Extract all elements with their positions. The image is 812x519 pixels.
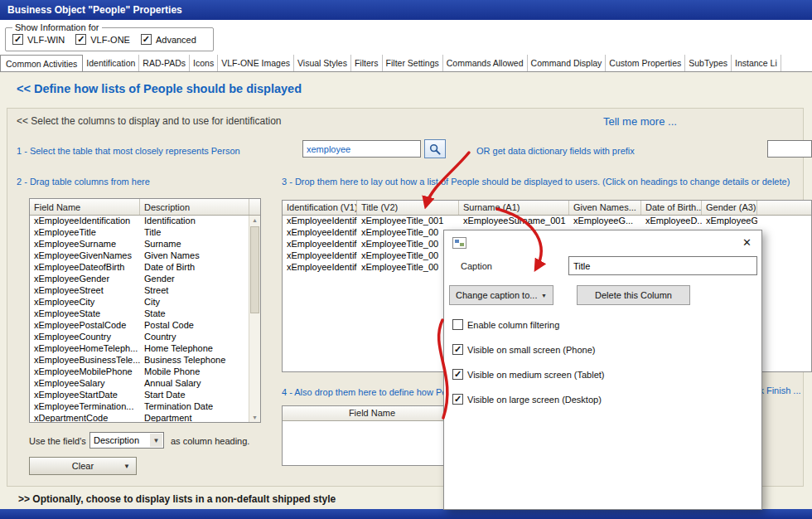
table-row[interactable]: xEmployeeCityCity	[30, 297, 260, 308]
tab-identification[interactable]: Identification	[83, 55, 139, 71]
table-row[interactable]: xEmployeeSurnameSurname	[30, 239, 260, 250]
table-row[interactable]: xEmployeeBusinessTele...Business Telepho…	[30, 355, 260, 366]
delete-column-button[interactable]: Delete this Column	[577, 285, 690, 305]
checked-checkbox-icon[interactable]: ✓	[452, 369, 463, 380]
table-row[interactable]: xEmployeeTitleTitle	[30, 227, 260, 239]
dialog-titlebar[interactable]: ✕	[444, 230, 761, 255]
tab-common-activities[interactable]: Common Activities	[0, 55, 83, 72]
tab-visual-styles[interactable]: Visual Styles	[294, 55, 351, 71]
identification-fields-table[interactable]: Field Name	[282, 405, 462, 466]
table-cell: xEmployeeCity	[30, 297, 140, 308]
scroll-up-icon[interactable]: ▲	[249, 216, 260, 225]
caption-input[interactable]: Title	[568, 256, 757, 275]
table-row[interactable]: xEmployeeMobilePhoneMobile Phone	[30, 366, 260, 378]
column-header-field-name[interactable]: Field Name	[283, 406, 462, 420]
table-row[interactable]: xEmployeeGivenNamesGiven Names	[30, 250, 260, 262]
column-header-field-name[interactable]: Field Name	[30, 199, 140, 215]
tab-icons[interactable]: Icons	[190, 55, 218, 71]
checkbox-visible-on-small-screen-phone[interactable]: ✓Visible on small screen (Phone)	[452, 344, 604, 355]
table-row[interactable]: xEmployeeStateState	[30, 308, 260, 320]
scrollbar[interactable]: ▲ ▼	[249, 216, 260, 422]
tab-rad-pads[interactable]: RAD-PADs	[139, 55, 190, 71]
source-fields-table[interactable]: Field NameDescriptionxEmployeeIdentifica…	[29, 198, 261, 423]
change-caption-button[interactable]: Change caption to... ▼	[449, 285, 553, 305]
unchecked-checkbox-icon[interactable]	[452, 319, 463, 330]
table-row[interactable]: xEmployeeStreetStreet	[30, 285, 260, 297]
chevron-down-icon[interactable]: ▼	[150, 434, 162, 447]
use-field-suffix-label: as column heading.	[171, 436, 249, 446]
table-name-input[interactable]: xemployee	[302, 140, 421, 158]
prefix-input[interactable]	[767, 140, 812, 158]
column-header-gender-a3[interactable]: Gender (A3)	[702, 201, 757, 215]
column-header-filler	[757, 201, 811, 215]
page-title: << Define how lists of People should be …	[17, 82, 302, 95]
column-heading-value: Description	[94, 435, 139, 445]
checked-checkbox-icon[interactable]: ✓	[452, 394, 463, 405]
table-row[interactable]: xEmployeeTermination...Termination Date	[30, 401, 260, 413]
table-row[interactable]: xEmployeeIdentific...xEmployeeTitle_001x…	[283, 216, 811, 227]
visibility-checkboxes: Enable column filtering✓Visible on small…	[452, 319, 604, 419]
table-cell: Mobile Phone	[140, 366, 249, 378]
checked-checkbox-icon[interactable]: ✓	[452, 344, 463, 355]
step2-label: 2 - Drag table columns from here	[17, 177, 150, 187]
checkbox-advanced[interactable]: ✓Advanced	[141, 34, 196, 45]
table-row[interactable]: xEmployeePostalCodePostal Code	[30, 320, 260, 332]
table-cell: xEmployeeSalary	[30, 378, 140, 390]
checked-checkbox-icon[interactable]: ✓	[75, 34, 86, 45]
step3-label: 3 - Drop them here to lay out how a list…	[282, 177, 790, 187]
properties-window: Business Object "People" Properties Show…	[0, 0, 812, 519]
tab-vlf-one-images[interactable]: VLF-ONE Images	[218, 55, 294, 71]
caption-label: Caption	[461, 261, 492, 271]
column-header-identification-v1[interactable]: Identification (V1)	[283, 201, 357, 215]
window-titlebar[interactable]: Business Object "People" Properties	[0, 0, 812, 20]
table-row[interactable]: xEmployeeIdentificationIdentification	[30, 216, 260, 227]
scroll-down-icon[interactable]: ▼	[249, 413, 260, 422]
checkbox-vlf-one[interactable]: ✓VLF-ONE	[75, 34, 130, 45]
checkbox-label: VLF-WIN	[27, 35, 65, 45]
table-cell: Surname	[140, 239, 249, 250]
checkbox-visible-on-medium-screen-tablet[interactable]: ✓Visible on medium screen (Tablet)	[452, 369, 604, 380]
tab-subtypes[interactable]: SubTypes	[685, 55, 732, 71]
tab-filters[interactable]: Filters	[351, 55, 383, 71]
table-row[interactable]: xEmployeeSalaryAnnual Salary	[30, 378, 260, 390]
table-row[interactable]: xEmployeeCountryCountry	[30, 332, 260, 343]
table-cell: xEmployeePostalCode	[30, 320, 140, 332]
column-header-given-names[interactable]: Given Names...	[569, 201, 641, 215]
tab-commands-allowed[interactable]: Commands Allowed	[443, 55, 528, 71]
table-cell: Department	[140, 413, 249, 423]
column-header-surname-a1[interactable]: Surname (A1)	[459, 201, 569, 215]
checkbox-enable-column-filtering[interactable]: Enable column filtering	[452, 319, 604, 330]
column-header-description[interactable]: Description	[140, 199, 249, 215]
table-header-row: Identification (V1)Title (V2)Surname (A1…	[283, 201, 811, 216]
table-cell: City	[140, 297, 249, 308]
scrollbar-thumb[interactable]	[250, 226, 259, 313]
table-row[interactable]: xEmployeeDateofBirthDate of Birth	[30, 262, 260, 274]
table-row[interactable]: xEmployeeHomeTeleph...Home Telephone	[30, 343, 260, 355]
chevron-down-icon: ▼	[123, 463, 130, 470]
table-row[interactable]: xDepartmentCodeDepartment	[30, 413, 260, 423]
tell-me-more-link[interactable]: Tell me more ...	[603, 115, 677, 128]
tab-command-display[interactable]: Command Display	[528, 55, 607, 71]
table-cell: Identification	[140, 216, 249, 227]
checkbox-visible-on-large-screen-desktop[interactable]: ✓Visible on large screen (Desktop)	[452, 394, 604, 405]
clear-button[interactable]: Clear ▼	[29, 457, 137, 475]
column-header-title-v2[interactable]: Title (V2)	[357, 201, 459, 215]
tab-instance-li[interactable]: Instance Li	[732, 55, 781, 71]
table-cell: xEmployeeTermination...	[30, 401, 140, 413]
close-icon[interactable]: ✕	[740, 235, 754, 250]
checked-checkbox-icon[interactable]: ✓	[12, 34, 23, 45]
tab-filter-settings[interactable]: Filter Settings	[383, 55, 443, 71]
table-cell: xEmployeeDateofBirth	[30, 262, 140, 274]
table-row[interactable]: xEmployeeStartDateStart Date	[30, 390, 260, 401]
search-button[interactable]	[424, 139, 446, 158]
column-header-date-of-birth[interactable]: Date of Birth...	[641, 201, 702, 215]
table-row[interactable]: xEmployeeGenderGender	[30, 274, 260, 285]
table-cell: xEmployeeHomeTeleph...	[30, 343, 140, 355]
checked-checkbox-icon[interactable]: ✓	[141, 34, 152, 45]
optional-style-note: >> Optionally, choose to display lists i…	[18, 493, 336, 505]
tab-custom-properties[interactable]: Custom Properties	[606, 55, 685, 71]
checkbox-vlf-win[interactable]: ✓VLF-WIN	[12, 34, 65, 45]
clear-button-label: Clear	[72, 461, 94, 471]
column-heading-dropdown[interactable]: Description ▼	[89, 432, 164, 449]
table-cell: State	[140, 308, 249, 320]
